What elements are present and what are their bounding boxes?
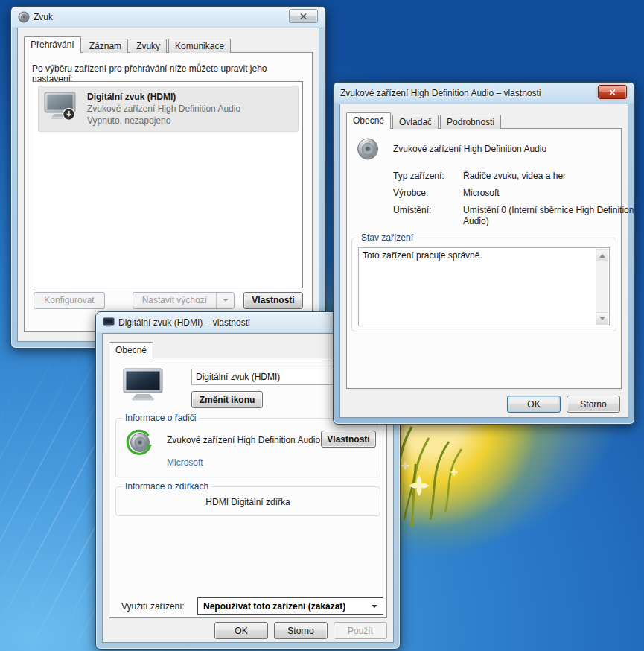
- tab-komunikace[interactable]: Komunikace: [168, 39, 231, 53]
- set-default-dropdown[interactable]: [216, 293, 234, 308]
- scroll-down-icon[interactable]: [596, 312, 608, 325]
- hdmi-dialog-button-row: OK Storno Použít: [109, 622, 387, 639]
- device-status-textarea[interactable]: Toto zařízení pracuje správně.: [358, 247, 610, 326]
- change-icon-button[interactable]: Změnit ikonu: [191, 391, 263, 408]
- chevron-down-icon: [223, 299, 229, 305]
- field-label: Výrobce:: [393, 188, 463, 199]
- close-icon[interactable]: [289, 9, 318, 23]
- device-info-fields: Typ zařízení: Řadiče zvuku, videa a her …: [393, 171, 636, 233]
- general-tab-page: Zvukové zařízení High Definition Audio T…: [346, 128, 622, 389]
- device-status-groupbox: Stav zařízení Toto zařízení pracuje sprá…: [351, 238, 616, 331]
- hdmi-dialog-title: Digitální zvuk (HDMI) – vlastnosti: [118, 317, 250, 328]
- speaker-icon: [356, 136, 381, 164]
- tab-zaznam[interactable]: Záznam: [83, 39, 128, 53]
- jack-info-groupbox: Informace o zdířkách HDMI Digitální zdíř…: [115, 486, 380, 516]
- tab-prehravani[interactable]: Přehrávání: [24, 36, 81, 53]
- close-icon[interactable]: [598, 85, 627, 99]
- properties-dialog-tabs: Obecné Ovladač Podrobnosti: [346, 112, 503, 129]
- monitor-icon: [103, 317, 115, 328]
- field-label: Umístění:: [393, 205, 463, 227]
- hdmi-dialog-tabs: Obecné: [109, 342, 155, 358]
- jack-info-label: Informace o zdířkách: [122, 481, 211, 492]
- playback-tab-page: Po výběru zařízení pro přehrávání níže m…: [24, 52, 313, 332]
- playback-device-list[interactable]: Digitální zvuk (HDMI) Zvukové zařízení H…: [34, 81, 303, 288]
- jack-info-value: HDMI Digitální zdířka: [116, 497, 380, 507]
- tab-podrobnosti[interactable]: Podrobnosti: [440, 115, 501, 129]
- sound-dialog-window: Zvuk Přehrávání Záznam Zvuky Komunikace …: [10, 6, 326, 349]
- controller-info-groupbox: Informace o řadiči Zvukové zařízení High…: [115, 418, 380, 477]
- device-list-item[interactable]: Digitální zvuk (HDMI) Zvukové zařízení H…: [38, 86, 299, 132]
- device-usage-combobox[interactable]: Nepoužívat toto zařízení (zakázat): [197, 597, 383, 615]
- device-status: Vypnuto, nezapojeno: [87, 115, 240, 127]
- properties-dialog-button-row: OK Storno: [507, 396, 620, 413]
- tab-zvuky[interactable]: Zvuky: [130, 39, 167, 53]
- tab-obecne[interactable]: Obecné: [109, 342, 153, 358]
- status-scrollbar[interactable]: [596, 249, 608, 325]
- field-label: Typ zařízení:: [393, 171, 463, 182]
- properties-dialog-title: Zvukové zařízení High Definition Audio –…: [340, 88, 541, 98]
- device-description: Zvukové zařízení High Definition Audio: [87, 103, 240, 115]
- audio-driver-icon: [125, 429, 153, 460]
- apply-button[interactable]: Použít: [334, 622, 387, 639]
- tab-ovladac[interactable]: Ovladač: [392, 115, 439, 129]
- sound-dialog-title: Zvuk: [34, 12, 53, 22]
- controller-properties-button[interactable]: Vlastnosti: [321, 431, 376, 448]
- device-usage-value: Nepoužívat toto zařízení (zakázat): [203, 601, 345, 612]
- properties-dialog-titlebar[interactable]: Zvukové zařízení High Definition Audio –…: [334, 83, 634, 104]
- field-value: Umístění 0 (Interní sběrnice High Defini…: [463, 205, 636, 227]
- tab-obecne[interactable]: Obecné: [346, 112, 391, 129]
- properties-button[interactable]: Vlastnosti: [243, 292, 303, 309]
- chevron-down-icon: [372, 605, 377, 611]
- device-status-text: Toto zařízení pracuje správně.: [363, 250, 591, 261]
- audio-device-properties-window: Zvukové zařízení High Definition Audio –…: [333, 82, 635, 425]
- monitor-disabled-icon: [43, 91, 78, 122]
- device-usage-label: Využití zařízení:: [121, 601, 185, 612]
- properties-dialog-client: Obecné Ovladač Podrobnosti Zvukové zaříz…: [339, 104, 628, 418]
- field-value: Řadiče zvuku, videa a her: [463, 171, 636, 182]
- set-default-button[interactable]: Nastavit výchozí: [133, 293, 216, 308]
- speaker-ball-icon: [18, 11, 30, 23]
- configure-button[interactable]: Konfigurovat: [34, 292, 105, 309]
- ok-button[interactable]: OK: [507, 396, 561, 413]
- sound-dialog-client: Přehrávání Záznam Zvuky Komunikace Po vý…: [17, 28, 319, 342]
- playback-button-row: Konfigurovat Nastavit výchozí Vlastnosti: [34, 291, 303, 309]
- flower-sparkles: [395, 456, 469, 508]
- device-name-input[interactable]: [191, 369, 337, 385]
- sound-dialog-tabs: Přehrávání Záznam Zvuky Komunikace: [24, 36, 232, 53]
- device-status-label: Stav zařízení: [358, 232, 416, 243]
- device-name: Digitální zvuk (HDMI): [87, 91, 240, 103]
- controller-device-name: Zvukové zařízení High Definition Audio: [167, 435, 320, 445]
- vendor-link[interactable]: Microsoft: [167, 457, 203, 468]
- set-default-split-button[interactable]: Nastavit výchozí: [133, 292, 235, 309]
- cancel-button[interactable]: Storno: [274, 622, 328, 639]
- controller-info-label: Informace o řadiči: [122, 413, 199, 423]
- cancel-button[interactable]: Storno: [567, 396, 620, 413]
- hdmi-monitor-icon: [121, 367, 165, 404]
- properties-device-name: Zvukové zařízení High Definition Audio: [393, 144, 546, 154]
- scroll-up-icon[interactable]: [596, 249, 608, 261]
- desktop: Zvuk Přehrávání Záznam Zvuky Komunikace …: [0, 0, 644, 651]
- ok-button[interactable]: OK: [214, 622, 268, 639]
- field-value: Microsoft: [463, 188, 636, 199]
- sound-dialog-titlebar[interactable]: Zvuk: [11, 7, 325, 28]
